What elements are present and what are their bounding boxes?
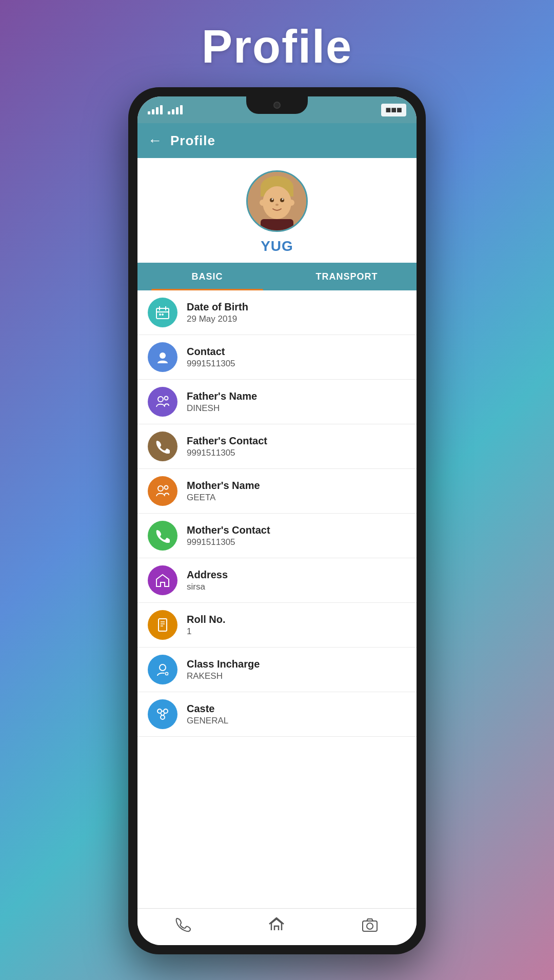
icon-mother-name bbox=[148, 476, 177, 506]
bar2 bbox=[152, 109, 154, 114]
text-dob: Date of Birth29 May 2019 bbox=[187, 301, 248, 324]
svg-point-10 bbox=[260, 200, 266, 206]
bar4 bbox=[160, 105, 163, 114]
text-class-incharge: Class InchargeRAKESH bbox=[187, 658, 260, 681]
signal-area bbox=[148, 105, 183, 114]
value-mother-contact: 9991511305 bbox=[187, 537, 270, 547]
svg-line-36 bbox=[163, 713, 165, 716]
svg-point-31 bbox=[157, 709, 162, 713]
bar5 bbox=[168, 111, 170, 114]
svg-point-27 bbox=[160, 664, 166, 671]
value-roll-no: 1 bbox=[187, 626, 226, 637]
list-item-dob: Date of Birth29 May 2019 bbox=[137, 290, 417, 335]
value-class-incharge: RAKESH bbox=[187, 671, 260, 681]
icon-caste bbox=[148, 699, 177, 729]
tab-basic[interactable]: BASIC bbox=[137, 263, 277, 290]
list-item-roll-no: Roll No.1 bbox=[137, 603, 417, 648]
text-contact: Contact9991511305 bbox=[187, 346, 235, 369]
svg-point-32 bbox=[164, 709, 168, 713]
bar8 bbox=[180, 105, 183, 114]
icon-roll-no bbox=[148, 610, 177, 640]
avatar bbox=[246, 170, 308, 232]
app-bar-title: Profile bbox=[170, 133, 215, 149]
svg-point-17 bbox=[162, 313, 164, 316]
bar1 bbox=[148, 111, 150, 114]
phone-wrapper: ■■■ ← Profile bbox=[128, 87, 426, 954]
svg-point-7 bbox=[282, 199, 284, 200]
label-mother-name: Mother's Name bbox=[187, 480, 260, 492]
label-mother-contact: Mother's Contact bbox=[187, 524, 270, 536]
svg-point-33 bbox=[161, 715, 165, 719]
tab-transport[interactable]: TRANSPORT bbox=[277, 263, 417, 290]
list-item-father-name: Father's NameDINESH bbox=[137, 380, 417, 424]
bottom-nav bbox=[137, 908, 417, 945]
svg-point-6 bbox=[272, 199, 273, 200]
label-class-incharge: Class Incharge bbox=[187, 658, 260, 670]
nav-home-button[interactable] bbox=[267, 916, 286, 938]
label-father-contact: Father's Contact bbox=[187, 435, 267, 447]
svg-point-21 bbox=[158, 486, 163, 491]
icon-father-contact bbox=[148, 432, 177, 461]
notch bbox=[246, 96, 308, 114]
icon-class-incharge bbox=[148, 655, 177, 684]
text-father-name: Father's NameDINESH bbox=[187, 390, 257, 414]
bar7 bbox=[176, 107, 179, 114]
nav-camera-button[interactable] bbox=[361, 916, 379, 937]
svg-line-35 bbox=[161, 713, 162, 716]
phone-frame: ■■■ ← Profile bbox=[128, 87, 426, 954]
tabs-bar: BASIC TRANSPORT bbox=[137, 263, 417, 290]
bar3 bbox=[156, 107, 159, 114]
profile-header: YUG bbox=[137, 158, 417, 263]
app-bar: ← Profile bbox=[137, 123, 417, 158]
value-dob: 29 May 2019 bbox=[187, 314, 248, 324]
icon-mother-contact bbox=[148, 521, 177, 551]
text-mother-name: Mother's NameGEETA bbox=[187, 480, 260, 503]
list-item-mother-name: Mother's NameGEETA bbox=[137, 469, 417, 514]
label-roll-no: Roll No. bbox=[187, 614, 226, 625]
text-address: Addresssirsa bbox=[187, 569, 228, 592]
value-caste: GENERAL bbox=[187, 716, 228, 726]
student-name: YUG bbox=[261, 238, 293, 254]
svg-point-20 bbox=[165, 397, 168, 400]
label-caste: Caste bbox=[187, 703, 228, 715]
value-contact: 9991511305 bbox=[187, 359, 235, 369]
front-camera bbox=[273, 102, 281, 109]
svg-point-38 bbox=[367, 923, 373, 929]
svg-point-8 bbox=[275, 204, 279, 206]
icon-dob bbox=[148, 298, 177, 327]
list-item-address: Addresssirsa bbox=[137, 558, 417, 603]
battery-indicator: ■■■ bbox=[381, 104, 406, 116]
text-father-contact: Father's Contact9991511305 bbox=[187, 435, 267, 458]
svg-rect-23 bbox=[159, 619, 167, 631]
icon-address bbox=[148, 565, 177, 595]
signal-bars-2 bbox=[168, 105, 183, 114]
list-item-contact: Contact9991511305 bbox=[137, 335, 417, 380]
list-item-father-contact: Father's Contact9991511305 bbox=[137, 424, 417, 469]
label-father-name: Father's Name bbox=[187, 390, 257, 402]
svg-point-16 bbox=[159, 313, 161, 316]
page-title: Profile bbox=[202, 21, 352, 73]
profile-list: Date of Birth29 May 2019Contact999151130… bbox=[137, 290, 417, 908]
value-mother-name: GEETA bbox=[187, 493, 260, 503]
back-button[interactable]: ← bbox=[148, 132, 162, 149]
value-father-name: DINESH bbox=[187, 403, 257, 414]
svg-point-19 bbox=[158, 397, 163, 402]
label-address: Address bbox=[187, 569, 228, 581]
label-dob: Date of Birth bbox=[187, 301, 248, 313]
avatar-image bbox=[248, 172, 306, 230]
signal-bars-1 bbox=[148, 105, 163, 114]
bar6 bbox=[172, 109, 174, 114]
icon-contact bbox=[148, 342, 177, 372]
svg-point-3 bbox=[263, 186, 291, 219]
phone-screen: ■■■ ← Profile bbox=[137, 96, 417, 945]
svg-rect-9 bbox=[261, 219, 293, 230]
text-mother-contact: Mother's Contact9991511305 bbox=[187, 524, 270, 547]
text-roll-no: Roll No.1 bbox=[187, 614, 226, 637]
icon-father-name bbox=[148, 387, 177, 417]
label-contact: Contact bbox=[187, 346, 235, 358]
svg-point-11 bbox=[288, 200, 294, 206]
value-father-contact: 9991511305 bbox=[187, 448, 267, 458]
svg-point-22 bbox=[165, 486, 168, 489]
list-item-class-incharge: Class InchargeRAKESH bbox=[137, 648, 417, 692]
nav-phone-button[interactable] bbox=[175, 917, 192, 937]
